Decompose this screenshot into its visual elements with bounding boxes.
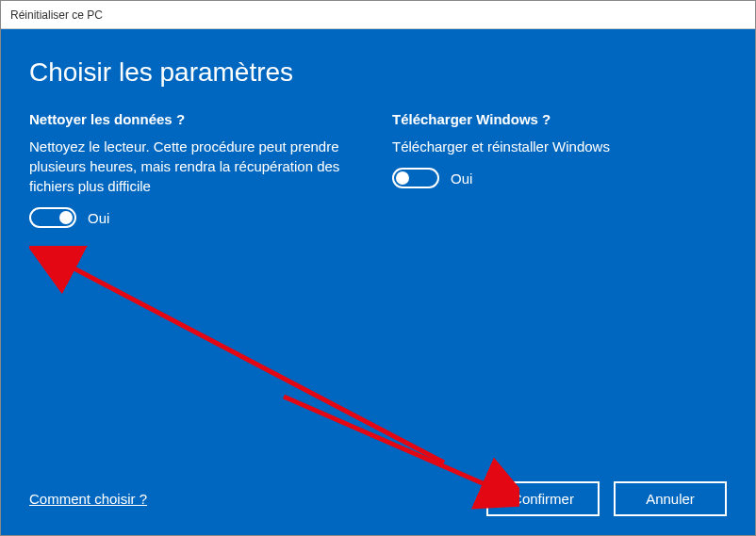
svg-line-1 (67, 265, 444, 463)
download-windows-heading: Télécharger Windows ? (392, 111, 727, 127)
button-row: Confirmer Annuler (486, 481, 727, 516)
toggle-knob-icon (396, 171, 409, 185)
download-windows-setting: Télécharger Windows ? Télécharger et réi… (392, 111, 727, 228)
download-windows-toggle[interactable] (392, 168, 439, 188)
confirm-button[interactable]: Confirmer (486, 481, 600, 516)
page-title: Choisir les paramètres (29, 57, 727, 88)
toggle-knob-icon (59, 211, 73, 224)
footer-row: Comment choisir ? Confirmer Annuler (29, 481, 727, 516)
help-link[interactable]: Comment choisir ? (29, 491, 147, 507)
cancel-button[interactable]: Annuler (614, 481, 727, 516)
download-windows-toggle-wrap: Oui (392, 168, 727, 188)
clean-data-toggle-wrap: Oui (29, 207, 364, 228)
settings-row: Nettoyer les données ? Nettoyez le lecte… (29, 111, 727, 228)
svg-line-3 (284, 397, 491, 487)
clean-data-description: Nettoyez le lecteur. Cette procédure peu… (29, 137, 364, 196)
window-frame: Réinitialiser ce PC Choisir les paramètr… (0, 0, 756, 536)
content-area: Choisir les paramètres Nettoyer les donn… (1, 29, 755, 535)
download-windows-description: Télécharger et réinstaller Windows (392, 137, 727, 156)
window-title: Réinitialiser ce PC (10, 8, 103, 22)
titlebar: Réinitialiser ce PC (1, 1, 755, 29)
clean-data-heading: Nettoyer les données ? (29, 111, 364, 127)
clean-data-toggle[interactable] (29, 207, 76, 228)
download-windows-toggle-label: Oui (451, 171, 472, 187)
annotation-arrow-toggle (29, 246, 472, 491)
clean-data-setting: Nettoyer les données ? Nettoyez le lecte… (29, 111, 364, 228)
clean-data-toggle-label: Oui (88, 210, 109, 226)
